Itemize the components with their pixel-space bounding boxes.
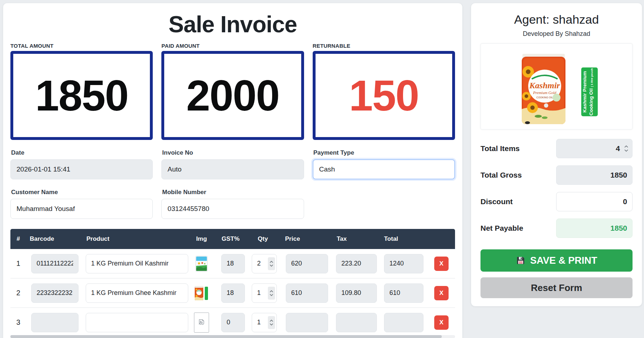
total-items-input[interactable] <box>556 139 633 158</box>
table-row: 2 <box>10 278 455 308</box>
price-input[interactable] <box>286 254 328 273</box>
date-label: Date <box>11 149 153 156</box>
up-down-chevrons-icon[interactable] <box>268 257 275 270</box>
payment-type-field-group: Payment Type <box>313 149 455 179</box>
invoice-no-input[interactable] <box>161 159 304 179</box>
items-table: # Barcode Product Img GST% Qty Price Tax… <box>10 229 455 337</box>
invoice-no-field-group: Invoice No <box>161 149 304 179</box>
tax-input[interactable] <box>336 254 377 273</box>
total-gross-row: Total Gross <box>480 165 633 185</box>
total-input[interactable] <box>384 254 423 273</box>
col-product: Product <box>81 235 188 243</box>
col-price: Price <box>279 235 330 243</box>
agent-title: Agent: shahzad <box>480 13 633 27</box>
delete-row-button[interactable]: X <box>434 257 449 271</box>
discount-row: Discount <box>480 192 633 211</box>
total-amount-stat: TOTAL AMOUNT 1850 <box>10 43 153 140</box>
cooking-oil-pouch-image: Kashmir Premium Gold COOKING OIL <box>520 53 568 125</box>
reset-form-button[interactable]: Reset Form <box>480 277 633 298</box>
product-image-frame: Kashmir Premium Gold COOKING OIL Kashmir… <box>480 43 633 130</box>
table-row: 3 <box>10 308 455 337</box>
floppy-disk-icon <box>516 255 526 266</box>
up-down-chevrons-icon[interactable] <box>622 142 630 155</box>
product-thumb-oil <box>188 256 215 272</box>
total-amount-label: TOTAL AMOUNT <box>10 43 153 49</box>
save-print-button[interactable]: SAVE & PRINT <box>480 249 633 272</box>
barcode-input[interactable] <box>31 254 79 273</box>
customer-fields-row: Customer Name Mobile Number <box>10 189 455 219</box>
customer-name-input[interactable] <box>10 199 153 219</box>
product-thumb-ghee <box>188 285 215 301</box>
barcode-input[interactable] <box>31 283 79 303</box>
horizontal-scrollbar[interactable] <box>10 335 455 338</box>
returnable-stat: RETURNABLE 150 <box>313 43 455 140</box>
net-payable-input[interactable] <box>556 219 633 238</box>
col-num: # <box>10 235 26 243</box>
total-gross-input[interactable] <box>556 165 633 185</box>
meta-fields-row: Date Invoice No Payment Type <box>10 149 455 179</box>
paid-amount-stat: PAID AMOUNT 2000 <box>161 43 304 140</box>
invoice-no-label: Invoice No <box>162 149 304 156</box>
col-img: Img <box>188 235 215 243</box>
date-input[interactable] <box>10 159 153 179</box>
returnable-value: 150 <box>313 51 455 140</box>
mobile-number-field-group: Mobile Number <box>161 189 304 219</box>
gst-input[interactable] <box>221 313 245 332</box>
invoice-card: Sale Invoice TOTAL AMOUNT 1850 PAID AMOU… <box>3 3 463 338</box>
product-input[interactable] <box>86 313 188 332</box>
discount-input[interactable] <box>556 192 633 211</box>
total-items-label: Total Items <box>480 144 520 153</box>
gst-input[interactable] <box>221 254 245 273</box>
total-amount-value: 1850 <box>10 51 153 140</box>
payment-type-input[interactable] <box>313 159 455 179</box>
returnable-label: RETURNABLE <box>313 43 455 49</box>
col-gst: GST% <box>215 235 246 243</box>
tax-input[interactable] <box>336 313 377 332</box>
customer-name-label: Customer Name <box>11 189 153 196</box>
col-total: Total <box>378 235 425 243</box>
date-field-group: Date <box>10 149 153 179</box>
col-qty: Qty <box>246 235 279 243</box>
total-input[interactable] <box>384 283 423 303</box>
tax-input[interactable] <box>336 283 377 303</box>
up-down-chevrons-icon[interactable] <box>268 287 275 300</box>
total-items-row: Total Items <box>480 139 633 158</box>
invoice-summary: Total Items Total Gross Discount Net Pay… <box>480 139 633 238</box>
developed-by-text: Developed By Shahzad <box>480 30 633 38</box>
price-input[interactable] <box>286 283 328 303</box>
row-number: 3 <box>10 318 26 327</box>
product-badge: Kashmir Premium Cooking Oil ( 1 litre po… <box>581 67 598 116</box>
discount-label: Discount <box>480 197 513 206</box>
net-payable-row: Net Payable <box>480 219 633 238</box>
delete-row-button[interactable]: X <box>434 315 449 330</box>
svg-text:Kashmir: Kashmir <box>529 81 560 90</box>
net-payable-label: Net Payable <box>480 224 523 233</box>
paid-amount-value: 2000 <box>161 51 304 140</box>
price-input[interactable] <box>286 313 328 332</box>
mobile-number-label: Mobile Number <box>162 189 304 196</box>
product-input[interactable] <box>86 254 188 273</box>
broken-image-icon <box>194 313 209 333</box>
total-gross-label: Total Gross <box>480 171 522 179</box>
agent-panel: Agent: shahzad Developed By Shahzad Kash… <box>471 3 642 306</box>
svg-text:COOKING OIL: COOKING OIL <box>536 96 553 99</box>
total-input[interactable] <box>384 313 423 332</box>
col-barcode: Barcode <box>26 235 81 243</box>
table-row: 1 <box>10 249 455 278</box>
page-title: Sale Invoice <box>10 11 455 38</box>
product-input[interactable] <box>86 283 188 303</box>
mobile-number-input[interactable] <box>161 199 304 219</box>
barcode-input[interactable] <box>31 313 79 332</box>
gst-input[interactable] <box>221 283 245 303</box>
row-number: 1 <box>10 259 26 268</box>
stats-row: TOTAL AMOUNT 1850 PAID AMOUNT 2000 RETUR… <box>10 43 455 140</box>
scrollbar-thumb[interactable] <box>10 335 442 338</box>
svg-text:Premium Gold: Premium Gold <box>533 90 557 95</box>
customer-name-field-group: Customer Name <box>10 189 153 219</box>
delete-row-button[interactable]: X <box>434 286 449 300</box>
paid-amount-label: PAID AMOUNT <box>161 43 304 49</box>
items-table-header: # Barcode Product Img GST% Qty Price Tax… <box>10 229 455 249</box>
payment-type-label: Payment Type <box>313 149 455 156</box>
up-down-chevrons-icon[interactable] <box>268 316 275 329</box>
row-number: 2 <box>10 289 26 297</box>
